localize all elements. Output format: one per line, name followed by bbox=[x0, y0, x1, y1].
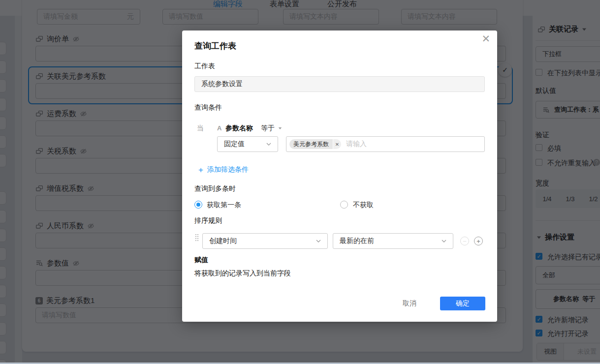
get-first-radio[interactable] bbox=[194, 201, 202, 209]
add-filter-label: 添加筛选条件 bbox=[207, 165, 249, 174]
confirm-button[interactable]: 确定 bbox=[440, 297, 485, 310]
query-condition-label: 查询条件 bbox=[194, 103, 222, 112]
sort-order-value: 最新的在前 bbox=[340, 237, 374, 245]
operator-select[interactable]: 等于 bbox=[261, 124, 283, 133]
assign-description: 将获取到的记录写入到当前字段 bbox=[194, 269, 291, 278]
cancel-button[interactable]: 取消 bbox=[394, 296, 425, 311]
value-type-select[interactable]: 固定值 bbox=[217, 136, 278, 152]
sort-field-select[interactable]: 创建时间 bbox=[202, 233, 328, 249]
sort-order-select[interactable]: 最新的在前 bbox=[333, 233, 453, 249]
get-none-radio[interactable] bbox=[340, 201, 348, 209]
sort-rules-label: 排序规则 bbox=[194, 216, 222, 225]
multi-result-label: 查询到多条时 bbox=[194, 184, 236, 193]
operator-value: 等于 bbox=[261, 124, 275, 133]
value-type-value: 固定值 bbox=[224, 140, 245, 149]
plus-icon: + bbox=[198, 166, 203, 174]
sort-field-value: 创建时间 bbox=[209, 237, 237, 245]
add-sort-icon[interactable]: + bbox=[474, 237, 483, 245]
condition-field-name: 参数名称 bbox=[225, 124, 253, 133]
worksheet-value: 系统参数设置 bbox=[201, 80, 243, 89]
dialog-title: 查询工作表 bbox=[194, 40, 236, 52]
close-icon[interactable]: ✕ bbox=[481, 33, 490, 44]
query-worksheet-dialog: 查询工作表 ✕ 工作表 系统参数设置 查询条件 当 A 参数名称 等于 固定值 … bbox=[182, 30, 497, 322]
add-filter-button[interactable]: + 添加筛选条件 bbox=[198, 165, 249, 174]
when-label: 当 bbox=[197, 124, 204, 133]
chevron-down-icon bbox=[266, 143, 271, 146]
worksheet-value-input: 系统参数设置 bbox=[194, 76, 485, 92]
value-tag: 美元参考系数 ✕ bbox=[289, 139, 341, 149]
remove-sort-icon[interactable]: − bbox=[460, 237, 469, 245]
worksheet-label: 工作表 bbox=[194, 62, 215, 71]
text-field-type-icon: A bbox=[217, 124, 221, 132]
value-input-placeholder: 请输入 bbox=[346, 140, 367, 149]
assign-label: 赋值 bbox=[194, 256, 208, 265]
chevron-down-icon bbox=[442, 240, 446, 243]
condition-value-input[interactable]: 美元参考系数 ✕ 请输入 bbox=[286, 136, 485, 152]
get-none-label: 不获取 bbox=[353, 201, 374, 210]
remove-tag-icon[interactable]: ✕ bbox=[333, 139, 341, 149]
chevron-down-icon bbox=[279, 127, 282, 129]
chevron-down-icon bbox=[316, 240, 321, 243]
get-first-label: 获取第一条 bbox=[207, 201, 241, 210]
value-tag-label: 美元参考系数 bbox=[289, 139, 333, 149]
drag-handle[interactable] bbox=[195, 234, 198, 241]
